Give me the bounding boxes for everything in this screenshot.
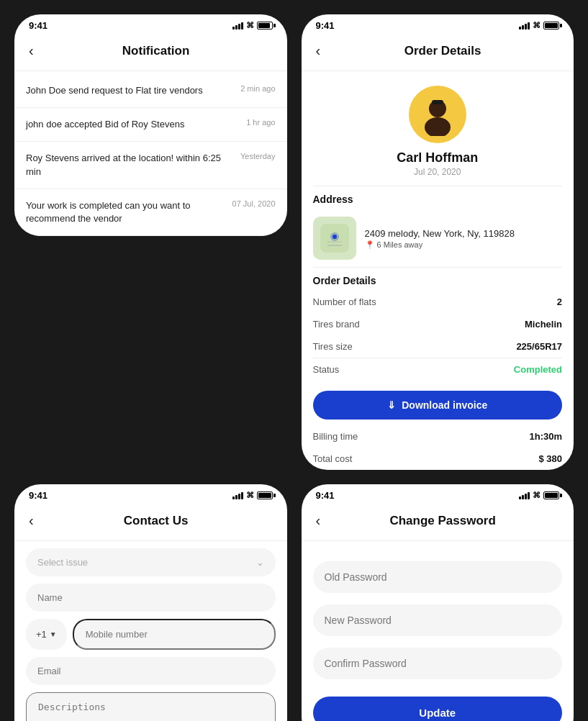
status-time: 9:41 — [29, 20, 48, 31]
download-label: Download invoice — [402, 399, 487, 411]
back-button-password[interactable]: ‹ — [313, 509, 324, 532]
detail-row-2: Tires brand Michelin — [302, 313, 574, 335]
email-input[interactable] — [26, 657, 276, 685]
old-password-input[interactable] — [313, 561, 563, 593]
notif-item-1[interactable]: John Doe send request to Flat tire vendo… — [14, 74, 287, 108]
download-invoice-button[interactable]: ⇓ Download invoice — [313, 391, 563, 420]
total-row: Total cost $ 380 — [302, 448, 574, 470]
password-title: Change Password — [323, 514, 562, 528]
avatar — [409, 86, 466, 143]
status-section: Status Completed — [302, 358, 574, 385]
billing-row: Billing time 1h:30m — [302, 425, 574, 448]
download-icon: ⇓ — [387, 399, 396, 411]
back-button-contact[interactable]: ‹ — [26, 509, 37, 532]
order-title: Order Details — [323, 44, 562, 58]
signal-icon-password — [519, 492, 530, 499]
battery-icon-password — [543, 491, 559, 499]
contact-header: ‹ Contact Us — [14, 504, 287, 540]
name-input[interactable] — [26, 584, 276, 612]
notif-item-4[interactable]: Your work is completed can you want to r… — [14, 189, 287, 236]
notif-item-3[interactable]: Roy Stevens arrived at the location! wit… — [14, 142, 287, 189]
status-value: Completed — [514, 364, 562, 375]
status-icons: ⌘ — [232, 21, 273, 30]
signal-icon — [232, 22, 243, 30]
chevron-down-small-icon: ▼ — [50, 630, 57, 638]
description-input[interactable] — [26, 692, 276, 721]
order-header: ‹ Order Details — [302, 34, 574, 71]
status-label: Status — [313, 364, 340, 375]
status-bar-contact: 9:41 ⌘ — [14, 484, 287, 504]
wifi-icon-password: ⌘ — [533, 491, 540, 500]
map-thumbnail — [313, 217, 356, 260]
battery-icon — [257, 22, 273, 30]
detail-row-1: Number of flats 2 — [302, 291, 574, 313]
address-text: 2409 melody, New York, Ny, 119828 — [365, 227, 515, 241]
location-pin-icon: 📍 — [365, 240, 375, 249]
country-code-value: +1 — [36, 629, 47, 640]
miles-text: 📍 6 Miles away — [365, 240, 515, 250]
address-label: Address — [302, 186, 574, 209]
order-content: Carl Hoffman Jul 20, 2020 Address 2409 m… — [302, 74, 574, 470]
status-icons-order: ⌘ — [519, 21, 559, 30]
phone-input[interactable] — [73, 619, 276, 650]
confirm-password-input[interactable] — [313, 648, 563, 679]
issue-select[interactable]: Select issue ⌄ — [26, 548, 276, 576]
status-time-contact: 9:41 — [29, 490, 48, 501]
order-avatar-section: Carl Hoffman Jul 20, 2020 — [302, 74, 574, 186]
back-button[interactable]: ‹ — [26, 40, 37, 62]
status-icons-contact: ⌘ — [232, 491, 273, 500]
status-time-password: 9:41 — [316, 490, 335, 501]
order-date: Jul 20, 2020 — [414, 167, 461, 177]
address-box: 2409 melody, New York, Ny, 119828 📍 6 Mi… — [302, 209, 574, 267]
update-button[interactable]: Update — [313, 697, 563, 721]
notif-item-2[interactable]: john doe accepted Bid of Roy Stevens 1 h… — [14, 108, 287, 142]
battery-icon-contact — [257, 491, 273, 499]
notification-title: Notification — [37, 44, 276, 58]
detail-row-3: Tires size 225/65R17 — [302, 335, 574, 358]
chevron-down-icon: ⌄ — [256, 557, 264, 568]
signal-icon-order — [519, 22, 530, 30]
signal-icon-contact — [232, 492, 243, 499]
new-password-input[interactable] — [313, 604, 563, 636]
status-row: Status Completed — [313, 364, 563, 375]
status-time-order: 9:41 — [316, 20, 335, 31]
select-placeholder: Select issue — [37, 557, 88, 568]
update-label: Update — [419, 707, 456, 719]
wifi-icon-order: ⌘ — [533, 21, 540, 30]
order-details-label: Order Details — [302, 268, 574, 291]
change-password-screen: 9:41 ⌘ ‹ Change Password Update — [302, 484, 574, 721]
address-info: 2409 melody, New York, Ny, 119828 📍 6 Mi… — [365, 227, 515, 250]
status-bar-notification: 9:41 ⌘ — [14, 14, 287, 34]
battery-icon-order — [543, 22, 559, 30]
status-icons-password: ⌘ — [519, 491, 559, 500]
phone-row: +1 ▼ — [26, 619, 276, 650]
svg-point-1 — [425, 117, 451, 136]
notification-header: ‹ Notification — [14, 34, 287, 71]
customer-name: Carl Hoffman — [397, 150, 478, 165]
contact-screen: 9:41 ⌘ ‹ Contact Us Select issue ⌄ +1 — [14, 484, 287, 721]
notification-list: John Doe send request to Flat tire vendo… — [14, 74, 287, 236]
back-button-order[interactable]: ‹ — [313, 40, 324, 62]
notification-screen: 9:41 ⌘ ‹ Notification John Doe send requ… — [14, 14, 287, 236]
contact-title: Contact Us — [37, 514, 276, 528]
svg-rect-2 — [432, 100, 443, 104]
order-details-screen: 9:41 ⌘ ‹ Order Details — [302, 14, 574, 470]
svg-point-5 — [333, 235, 337, 239]
wifi-icon-contact: ⌘ — [246, 491, 254, 500]
wifi-icon: ⌘ — [246, 21, 254, 30]
country-code-selector[interactable]: +1 ▼ — [26, 619, 67, 650]
password-header: ‹ Change Password — [302, 504, 574, 540]
status-bar-order: 9:41 ⌘ — [302, 14, 574, 34]
status-bar-password: 9:41 ⌘ — [302, 484, 574, 504]
